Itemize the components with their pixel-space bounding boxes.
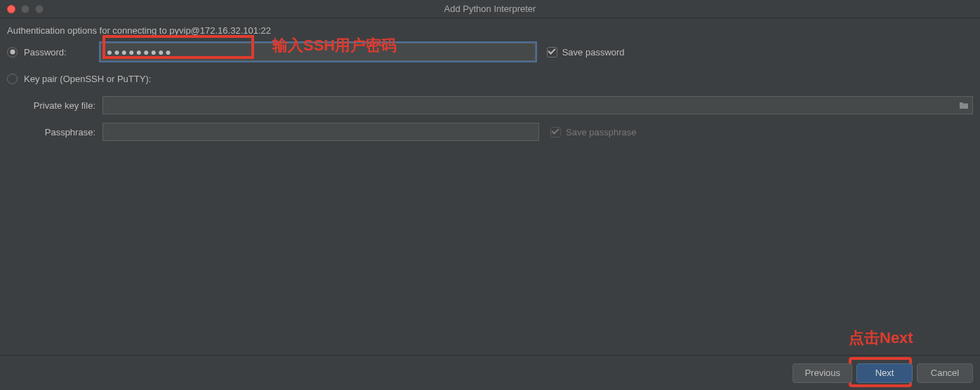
save-password-label[interactable]: Save password xyxy=(562,47,625,58)
save-passphrase-checkbox xyxy=(550,127,561,137)
private-key-input[interactable] xyxy=(102,96,973,114)
minimize-window-icon xyxy=(21,5,29,13)
keypair-radio-label[interactable]: Key pair (OpenSSH or PuTTY): xyxy=(24,74,151,84)
password-radio[interactable] xyxy=(7,47,18,58)
maximize-window-icon xyxy=(35,5,44,13)
button-bar: Previous Next Cancel xyxy=(0,355,980,390)
titlebar: Add Python Interpreter xyxy=(0,0,980,18)
passphrase-label: Passphrase: xyxy=(7,127,102,137)
keypair-radio[interactable] xyxy=(7,74,18,84)
content: Authentication options for connecting to… xyxy=(0,18,980,141)
passphrase-input[interactable] xyxy=(102,123,539,141)
window-title: Add Python Interpreter xyxy=(444,4,536,14)
next-button[interactable]: Next xyxy=(856,363,913,383)
traffic-lights xyxy=(0,5,44,13)
password-radio-label[interactable]: Password: xyxy=(24,47,67,58)
folder-icon xyxy=(959,102,969,109)
auth-subtitle: Authentication options for connecting to… xyxy=(7,25,973,36)
save-password-checkbox[interactable] xyxy=(547,47,557,58)
cancel-button[interactable]: Cancel xyxy=(917,363,973,383)
private-key-label: Private key file: xyxy=(7,100,102,111)
close-window-icon[interactable] xyxy=(7,5,15,13)
password-input[interactable] xyxy=(100,43,536,61)
save-passphrase-label: Save passphrase xyxy=(566,127,636,137)
browse-private-key-button[interactable] xyxy=(955,96,973,114)
previous-button[interactable]: Previous xyxy=(793,363,852,383)
annotation-next-text: 点击Next xyxy=(849,328,913,349)
